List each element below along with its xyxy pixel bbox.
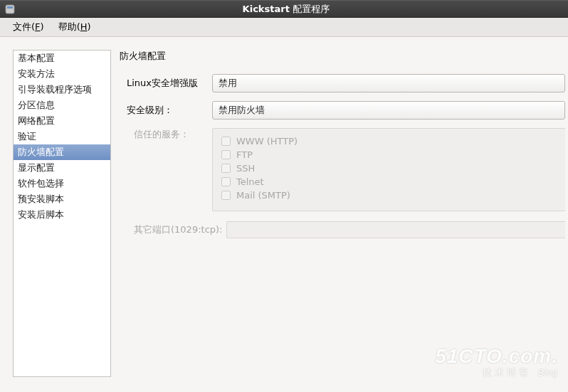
service-telnet-label: Telnet <box>236 176 264 187</box>
sidebar-item-prescript[interactable]: 预安装脚本 <box>14 191 110 207</box>
service-ssh-checkbox <box>221 164 231 173</box>
service-ftp-label: FTP <box>236 149 253 160</box>
service-mail-checkbox <box>221 191 231 200</box>
service-ftp-checkbox <box>221 150 231 159</box>
sidebar-item-firewall[interactable]: 防火墙配置 <box>14 144 110 160</box>
services-box: WWW (HTTP) FTP SSH Telnet Mail (SMTP) <box>212 128 565 211</box>
selinux-label: Linux安全增强版 <box>120 77 212 90</box>
menu-help[interactable]: 帮助(H) <box>51 18 98 36</box>
service-ftp: FTP <box>221 148 557 161</box>
sidebar-item-postscript[interactable]: 安装后脚本 <box>14 207 110 223</box>
page-heading: 防火墙配置 <box>120 50 565 63</box>
service-telnet: Telnet <box>221 175 557 189</box>
window-title: Kickstart 配置程序 <box>20 3 552 16</box>
menubar: 文件(F) 帮助(H) <box>0 18 568 37</box>
service-www: WWW (HTTP) <box>221 134 557 148</box>
window-titlebar: Kickstart 配置程序 <box>0 0 568 18</box>
other-ports-label: 其它端口(1029:tcp): <box>120 223 226 236</box>
service-www-checkbox <box>221 137 231 146</box>
service-ssh-label: SSH <box>236 163 255 174</box>
selinux-combo[interactable]: 禁用 <box>212 74 565 92</box>
service-ssh: SSH <box>221 161 557 175</box>
menu-file[interactable]: 文件(F) <box>6 18 51 36</box>
service-mail: Mail (SMTP) <box>221 189 557 202</box>
security-level-combo[interactable]: 禁用防火墙 <box>212 101 565 120</box>
sidebar-item-basic[interactable]: 基本配置 <box>14 51 110 66</box>
sidebar-item-install[interactable]: 安装方法 <box>14 66 110 82</box>
security-level-value: 禁用防火墙 <box>219 104 265 117</box>
sidebar-item-packages[interactable]: 软件包选择 <box>14 176 110 191</box>
sidebar-item-partition[interactable]: 分区信息 <box>14 97 110 113</box>
security-level-label: 安全级别： <box>120 104 212 117</box>
sidebar-item-bootloader[interactable]: 引导装载程序选项 <box>14 82 110 97</box>
svg-rect-0 <box>6 5 14 14</box>
sidebar-item-network[interactable]: 网络配置 <box>14 113 110 129</box>
main-panel: 防火墙配置 Linux安全增强版 禁用 安全级别： 禁用防火墙 信任的服务： W… <box>120 50 568 385</box>
sidebar-item-auth[interactable]: 验证 <box>14 129 110 144</box>
trusted-services-label: 信任的服务： <box>120 128 212 141</box>
svg-rect-1 <box>7 6 13 9</box>
selinux-value: 禁用 <box>219 77 237 90</box>
service-www-label: WWW (HTTP) <box>236 136 298 147</box>
app-icon <box>4 4 16 15</box>
service-mail-label: Mail (SMTP) <box>236 190 290 201</box>
other-ports-input <box>226 221 565 238</box>
sidebar-item-display[interactable]: 显示配置 <box>14 160 110 176</box>
service-telnet-checkbox <box>221 177 231 186</box>
sidebar: 基本配置 安装方法 引导装载程序选项 分区信息 网络配置 验证 防火墙配置 显示… <box>13 50 111 377</box>
